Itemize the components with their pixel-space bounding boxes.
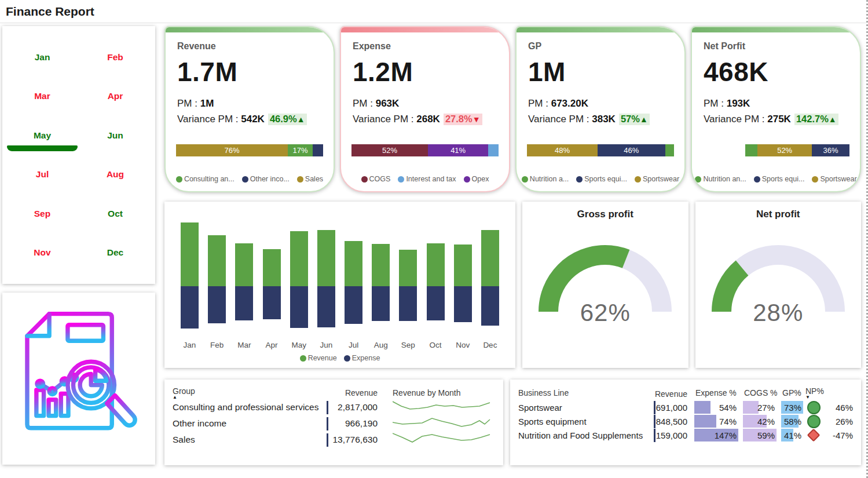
table-row[interactable]: Sports equipment848,50074%42%58%26% bbox=[518, 414, 853, 428]
month-button-mar[interactable]: Mar bbox=[30, 89, 55, 104]
month-button-jun[interactable]: Jun bbox=[102, 128, 128, 143]
table-row[interactable]: Other income966,190 bbox=[173, 415, 495, 432]
legend-item: Nutrition a... bbox=[522, 175, 569, 183]
bar-segment: 41% bbox=[428, 144, 488, 156]
expense-bar bbox=[208, 286, 226, 323]
month-button-aug[interactable]: Aug bbox=[102, 167, 129, 182]
gp-pct-cell: 58% bbox=[781, 415, 803, 428]
bar-column-dec: Dec bbox=[481, 214, 499, 349]
expense-bar bbox=[372, 286, 390, 321]
month-button-feb[interactable]: Feb bbox=[102, 50, 128, 65]
table-row[interactable]: Nutrition and Food Supplements159,000147… bbox=[518, 428, 853, 442]
kpi-variance-value: 268K bbox=[416, 114, 440, 125]
legend-dot bbox=[522, 176, 528, 183]
np-pct-cell: 46% bbox=[824, 403, 853, 413]
legend-dot bbox=[576, 176, 583, 183]
kpi-accent-strip bbox=[692, 27, 860, 32]
column-header-business-line[interactable]: Business Line bbox=[518, 388, 654, 399]
kpi-variance-line: Variance PM : 542K46.9%▲ bbox=[177, 114, 322, 125]
month-button-apr[interactable]: Apr bbox=[103, 89, 128, 104]
month-button-sep[interactable]: Sep bbox=[30, 206, 55, 221]
x-axis-label: Jul bbox=[349, 341, 358, 349]
finance-report-dashboard: Finance Report JanFebMarAprMayJunJulAugS… bbox=[0, 0, 868, 478]
legend-item: Sportswear bbox=[635, 175, 679, 183]
cogs-pct-cell: 59% bbox=[743, 429, 777, 441]
column-header-group[interactable]: Group ▲ bbox=[173, 386, 327, 399]
kpi-accent-strip bbox=[166, 27, 334, 32]
expense-bar-area bbox=[263, 286, 281, 333]
column-header-revenue[interactable]: Revenue bbox=[327, 387, 381, 399]
table-row[interactable]: Sportswear691,00054%27%73%46% bbox=[518, 400, 853, 414]
revenue-bar-area bbox=[263, 214, 281, 286]
np-indicator-cell bbox=[803, 414, 824, 428]
legend-dot bbox=[464, 176, 470, 183]
data-bar bbox=[694, 415, 716, 428]
np-negative-diamond-icon bbox=[807, 429, 821, 442]
month-button-jul[interactable]: Jul bbox=[31, 167, 53, 182]
month-button-dec[interactable]: Dec bbox=[102, 245, 128, 260]
month-button-oct[interactable]: Oct bbox=[103, 206, 127, 221]
legend-dot bbox=[242, 176, 248, 183]
month-button-jan[interactable]: Jan bbox=[30, 50, 55, 65]
revenue-bar bbox=[427, 243, 445, 286]
month-slicer: JanFebMarAprMayJunJulAugSepOctNovDec bbox=[2, 26, 155, 284]
x-axis-label: Aug bbox=[374, 341, 388, 349]
kpi-value: 468K bbox=[704, 56, 848, 87]
revenue-sparkline bbox=[393, 432, 492, 446]
revenue-bar bbox=[399, 250, 417, 286]
bar-column-mar: Mar bbox=[235, 214, 253, 349]
table-row[interactable]: Sales13,776,630 bbox=[173, 432, 495, 448]
x-axis-label: Sep bbox=[401, 341, 415, 349]
column-header-revenue[interactable]: Revenue bbox=[654, 388, 690, 400]
revenue-bar-area bbox=[181, 214, 199, 286]
gp-pct-cell: 73% bbox=[781, 401, 803, 414]
expense-bar-area bbox=[481, 286, 499, 333]
x-axis-label: May bbox=[291, 341, 306, 349]
data-bar bbox=[743, 401, 759, 414]
bar-column-feb: Feb bbox=[208, 214, 226, 349]
column-header-np-pct[interactable]: NP% ▼ bbox=[803, 386, 853, 400]
group-name-cell: Other income bbox=[173, 417, 327, 430]
column-header-expense-pct[interactable]: Expense % bbox=[690, 388, 738, 399]
np-positive-circle-icon bbox=[807, 415, 821, 428]
data-bar-value: 74% bbox=[719, 417, 737, 426]
revenue-sparkline bbox=[393, 399, 492, 413]
kpi-card-gp: GP1MPM : 673.20KVariance PM : 383K57%▲48… bbox=[515, 26, 686, 192]
bar-column-nov: Nov bbox=[454, 214, 472, 349]
bar-segment bbox=[745, 144, 758, 156]
kpi-variance-value: 542K bbox=[241, 114, 265, 125]
legend-dot bbox=[754, 176, 760, 183]
bar-segment: 52% bbox=[757, 144, 812, 156]
data-bar-value: 58% bbox=[784, 417, 801, 426]
kpi-pm-value: 1M bbox=[200, 98, 214, 109]
expense-bar-area bbox=[317, 286, 335, 333]
bar-segment: 52% bbox=[351, 144, 428, 156]
legend-dot bbox=[812, 176, 818, 183]
x-axis-label: Jun bbox=[320, 341, 332, 349]
expense-bar bbox=[399, 286, 417, 321]
kpi-variance-line: Variance PM : 268K27.8%▼ bbox=[353, 114, 497, 125]
bar-chart-legend: RevenueExpense bbox=[174, 354, 506, 362]
column-header-cogs-pct[interactable]: COGS % bbox=[738, 388, 777, 399]
revenue-bar-area bbox=[235, 214, 253, 286]
month-button-nov[interactable]: Nov bbox=[29, 245, 55, 260]
column-header-gp-pct[interactable]: GP% bbox=[777, 388, 803, 399]
data-bar-value: 54% bbox=[719, 403, 737, 413]
expense-bar-area bbox=[345, 286, 362, 333]
bar-segment bbox=[488, 144, 499, 156]
kpi-delta-badge: 57%▲ bbox=[619, 114, 650, 125]
legend-dot bbox=[297, 176, 303, 183]
expense-bar bbox=[454, 286, 472, 322]
kpi-breakdown-bar: 52%36% bbox=[745, 144, 849, 156]
table-row[interactable]: Consulting and professional services2,81… bbox=[173, 399, 495, 415]
data-bar-value: 73% bbox=[784, 403, 801, 413]
bar-column-oct: Oct bbox=[427, 214, 445, 349]
bar-column-jun: Jun bbox=[317, 214, 335, 349]
month-button-may[interactable]: May bbox=[29, 128, 56, 143]
column-header-revenue-by-month[interactable]: Revenue by Month bbox=[381, 388, 495, 397]
expense-pct-cell: 54% bbox=[694, 401, 738, 414]
legend-dot bbox=[300, 355, 306, 362]
gauge-net-profit: Net profit28% bbox=[695, 202, 862, 368]
revenue-cell: 159,000 bbox=[654, 429, 690, 442]
kpi-variance-value: 383K bbox=[592, 114, 616, 125]
